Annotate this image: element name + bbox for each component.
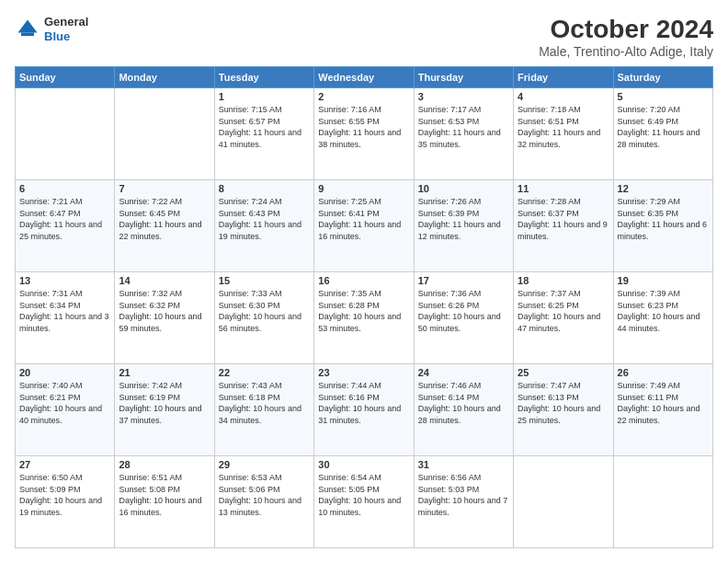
day-number: 8 (219, 183, 310, 194)
day-number: 24 (418, 367, 509, 378)
day-number: 20 (19, 367, 110, 378)
day-info: Sunrise: 7:21 AM Sunset: 6:47 PM Dayligh… (19, 196, 110, 242)
day-info: Sunrise: 7:16 AM Sunset: 6:55 PM Dayligh… (318, 104, 409, 150)
header-row: Sunday Monday Tuesday Wednesday Thursday… (16, 67, 713, 88)
day-number: 29 (219, 459, 310, 470)
day-number: 13 (19, 275, 110, 286)
table-row: 31Sunrise: 6:56 AM Sunset: 5:03 PM Dayli… (414, 456, 513, 548)
day-number: 5 (618, 91, 709, 102)
table-row: 6Sunrise: 7:21 AM Sunset: 6:47 PM Daylig… (16, 180, 115, 272)
day-number: 2 (318, 91, 409, 102)
day-info: Sunrise: 7:49 AM Sunset: 6:11 PM Dayligh… (618, 380, 709, 426)
day-info: Sunrise: 6:53 AM Sunset: 5:06 PM Dayligh… (219, 472, 310, 518)
col-saturday: Saturday (613, 67, 712, 88)
table-row: 7Sunrise: 7:22 AM Sunset: 6:45 PM Daylig… (115, 180, 214, 272)
table-row: 19Sunrise: 7:39 AM Sunset: 6:23 PM Dayli… (613, 272, 712, 364)
header: General Blue October 2024 Male, Trentino… (15, 15, 713, 59)
logo-general: General (44, 15, 88, 29)
table-row: 28Sunrise: 6:51 AM Sunset: 5:08 PM Dayli… (115, 456, 214, 548)
day-number: 15 (219, 275, 310, 286)
day-number: 17 (418, 275, 509, 286)
day-number: 23 (318, 367, 409, 378)
col-tuesday: Tuesday (214, 67, 313, 88)
calendar-table: Sunday Monday Tuesday Wednesday Thursday… (15, 66, 713, 548)
col-sunday: Sunday (16, 67, 115, 88)
day-number: 28 (119, 459, 210, 470)
day-info: Sunrise: 7:42 AM Sunset: 6:19 PM Dayligh… (119, 380, 210, 426)
table-row: 15Sunrise: 7:33 AM Sunset: 6:30 PM Dayli… (214, 272, 313, 364)
table-row: 30Sunrise: 6:54 AM Sunset: 5:05 PM Dayli… (314, 456, 414, 548)
day-info: Sunrise: 7:24 AM Sunset: 6:43 PM Dayligh… (219, 196, 310, 242)
table-row (16, 88, 115, 180)
day-info: Sunrise: 7:44 AM Sunset: 6:16 PM Dayligh… (318, 380, 409, 426)
day-number: 7 (119, 183, 210, 194)
day-info: Sunrise: 6:51 AM Sunset: 5:08 PM Dayligh… (119, 472, 210, 518)
day-info: Sunrise: 7:15 AM Sunset: 6:57 PM Dayligh… (219, 104, 310, 150)
day-info: Sunrise: 7:25 AM Sunset: 6:41 PM Dayligh… (318, 196, 409, 242)
day-number: 31 (418, 459, 509, 470)
title-section: October 2024 Male, Trentino-Alto Adige, … (539, 15, 713, 59)
day-info: Sunrise: 7:18 AM Sunset: 6:51 PM Dayligh… (518, 104, 609, 150)
week-row-2: 13Sunrise: 7:31 AM Sunset: 6:34 PM Dayli… (16, 272, 713, 364)
week-row-0: 1Sunrise: 7:15 AM Sunset: 6:57 PM Daylig… (16, 88, 713, 180)
day-info: Sunrise: 7:26 AM Sunset: 6:39 PM Dayligh… (418, 196, 509, 242)
table-row: 21Sunrise: 7:42 AM Sunset: 6:19 PM Dayli… (115, 364, 214, 456)
table-row: 10Sunrise: 7:26 AM Sunset: 6:39 PM Dayli… (414, 180, 513, 272)
day-info: Sunrise: 7:39 AM Sunset: 6:23 PM Dayligh… (618, 288, 709, 334)
table-row: 14Sunrise: 7:32 AM Sunset: 6:32 PM Dayli… (115, 272, 214, 364)
table-row: 20Sunrise: 7:40 AM Sunset: 6:21 PM Dayli… (16, 364, 115, 456)
logo-blue: Blue (44, 29, 88, 44)
day-number: 19 (618, 275, 709, 286)
day-number: 25 (518, 367, 609, 378)
day-info: Sunrise: 6:54 AM Sunset: 5:05 PM Dayligh… (318, 472, 409, 518)
day-info: Sunrise: 7:43 AM Sunset: 6:18 PM Dayligh… (219, 380, 310, 426)
table-row: 25Sunrise: 7:47 AM Sunset: 6:13 PM Dayli… (514, 364, 613, 456)
day-info: Sunrise: 7:17 AM Sunset: 6:53 PM Dayligh… (418, 104, 509, 150)
day-number: 22 (219, 367, 310, 378)
col-wednesday: Wednesday (314, 67, 414, 88)
day-info: Sunrise: 6:56 AM Sunset: 5:03 PM Dayligh… (418, 472, 509, 518)
day-info: Sunrise: 7:22 AM Sunset: 6:45 PM Dayligh… (119, 196, 210, 242)
table-row: 22Sunrise: 7:43 AM Sunset: 6:18 PM Dayli… (214, 364, 313, 456)
day-info: Sunrise: 7:36 AM Sunset: 6:26 PM Dayligh… (418, 288, 509, 334)
week-row-4: 27Sunrise: 6:50 AM Sunset: 5:09 PM Dayli… (16, 456, 713, 548)
day-number: 9 (318, 183, 409, 194)
day-info: Sunrise: 7:35 AM Sunset: 6:28 PM Dayligh… (318, 288, 409, 334)
day-number: 26 (618, 367, 709, 378)
table-row (613, 456, 712, 548)
day-number: 16 (318, 275, 409, 286)
col-thursday: Thursday (414, 67, 513, 88)
day-info: Sunrise: 7:32 AM Sunset: 6:32 PM Dayligh… (119, 288, 210, 334)
table-row: 1Sunrise: 7:15 AM Sunset: 6:57 PM Daylig… (214, 88, 313, 180)
table-row: 2Sunrise: 7:16 AM Sunset: 6:55 PM Daylig… (314, 88, 414, 180)
logo-text: General Blue (44, 15, 88, 43)
day-info: Sunrise: 7:33 AM Sunset: 6:30 PM Dayligh… (219, 288, 310, 334)
week-row-1: 6Sunrise: 7:21 AM Sunset: 6:47 PM Daylig… (16, 180, 713, 272)
table-row: 17Sunrise: 7:36 AM Sunset: 6:26 PM Dayli… (414, 272, 513, 364)
col-monday: Monday (115, 67, 214, 88)
day-info: Sunrise: 7:37 AM Sunset: 6:25 PM Dayligh… (518, 288, 609, 334)
main-title: October 2024 (539, 15, 713, 44)
day-info: Sunrise: 7:29 AM Sunset: 6:35 PM Dayligh… (618, 196, 709, 242)
table-row: 26Sunrise: 7:49 AM Sunset: 6:11 PM Dayli… (613, 364, 712, 456)
table-row: 5Sunrise: 7:20 AM Sunset: 6:49 PM Daylig… (613, 88, 712, 180)
table-row: 9Sunrise: 7:25 AM Sunset: 6:41 PM Daylig… (314, 180, 414, 272)
day-info: Sunrise: 7:40 AM Sunset: 6:21 PM Dayligh… (19, 380, 110, 426)
table-row (115, 88, 214, 180)
week-row-3: 20Sunrise: 7:40 AM Sunset: 6:21 PM Dayli… (16, 364, 713, 456)
page: General Blue October 2024 Male, Trentino… (0, 0, 728, 563)
table-row: 29Sunrise: 6:53 AM Sunset: 5:06 PM Dayli… (214, 456, 313, 548)
table-row: 3Sunrise: 7:17 AM Sunset: 6:53 PM Daylig… (414, 88, 513, 180)
day-info: Sunrise: 6:50 AM Sunset: 5:09 PM Dayligh… (19, 472, 110, 518)
col-friday: Friday (514, 67, 613, 88)
day-number: 3 (418, 91, 509, 102)
day-number: 4 (518, 91, 609, 102)
table-row: 16Sunrise: 7:35 AM Sunset: 6:28 PM Dayli… (314, 272, 414, 364)
subtitle: Male, Trentino-Alto Adige, Italy (539, 44, 713, 59)
day-number: 30 (318, 459, 409, 470)
day-info: Sunrise: 7:20 AM Sunset: 6:49 PM Dayligh… (618, 104, 709, 150)
logo: General Blue (15, 15, 88, 43)
table-row: 27Sunrise: 6:50 AM Sunset: 5:09 PM Dayli… (16, 456, 115, 548)
table-row: 24Sunrise: 7:46 AM Sunset: 6:14 PM Dayli… (414, 364, 513, 456)
svg-marker-0 (18, 19, 38, 32)
